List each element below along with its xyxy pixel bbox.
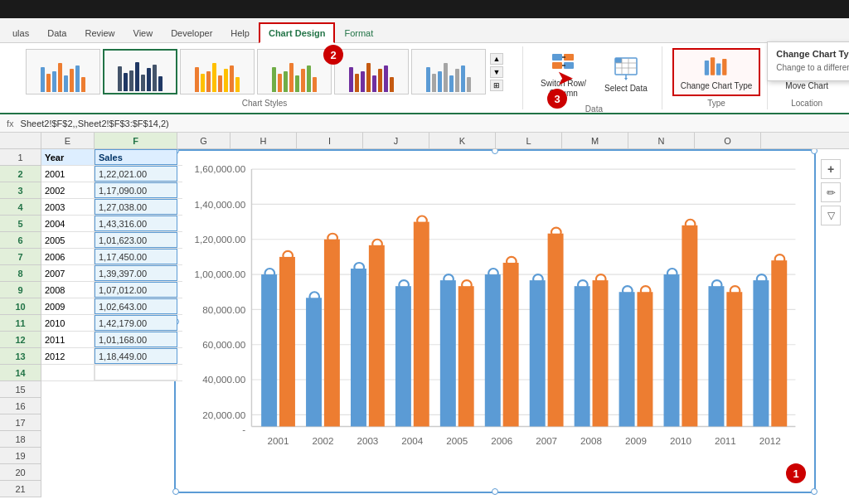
- cell-sales-2001[interactable]: 1,22,021.00: [95, 166, 177, 182]
- chart-style-4[interactable]: [257, 49, 332, 94]
- svg-rect-51: [503, 263, 519, 427]
- scroll-down-btn[interactable]: ▼: [490, 66, 503, 78]
- chart-thumbs: [26, 47, 486, 97]
- cell-year-2012[interactable]: 2012: [41, 348, 95, 364]
- chart-style-3[interactable]: [180, 49, 255, 94]
- tab-formulas[interactable]: ulas: [3, 23, 38, 42]
- row-7: 7: [0, 249, 41, 265]
- col-J: J: [363, 133, 429, 148]
- chart-filter-btn[interactable]: ▽: [821, 206, 841, 225]
- table-row-header: Year Sales: [41, 149, 182, 166]
- row-14: 14: [0, 365, 41, 381]
- cell-empty-2[interactable]: [95, 365, 177, 380]
- change-chart-type-btn[interactable]: Change Chart Type Change Chart Type Chan…: [672, 48, 761, 96]
- svg-rect-43: [324, 240, 340, 427]
- row-6: 6: [0, 232, 41, 249]
- svg-rect-11: [705, 60, 709, 75]
- chart-style-5[interactable]: [334, 49, 409, 94]
- cell-year-2010[interactable]: 2010: [41, 315, 95, 331]
- table-row-4: 2004 1,43,316.00: [41, 216, 182, 232]
- cell-sales-2010[interactable]: 1,42,179.00: [95, 315, 177, 331]
- change-chart-type-label: Change Chart Type: [681, 81, 753, 91]
- cell-year-2007[interactable]: 2007: [41, 265, 95, 281]
- cell-year-2003[interactable]: 2003: [41, 199, 95, 215]
- tab-help[interactable]: Help: [221, 23, 259, 42]
- handle-bl[interactable]: [172, 488, 179, 495]
- col-M: M: [562, 133, 628, 148]
- cell-year-2008[interactable]: 2008: [41, 282, 95, 298]
- cell-sales-2002[interactable]: 1,17,090.00: [95, 182, 177, 198]
- cell-empty[interactable]: [41, 365, 95, 380]
- row-2: 2: [0, 166, 41, 182]
- table-row-10: 2010 1,42,179.00: [41, 315, 182, 332]
- cell-sales-2006[interactable]: 1,17,450.00: [95, 249, 177, 264]
- cell-sales-2012[interactable]: 1,18,449.00: [95, 348, 177, 364]
- row-3: 3: [0, 182, 41, 199]
- location-label: Location: [791, 99, 822, 109]
- chart-styles-label: Chart Styles: [242, 99, 287, 109]
- row-9: 9: [0, 282, 41, 298]
- tooltip-title: Change Chart Type: [776, 49, 849, 59]
- svg-rect-58: [664, 274, 680, 426]
- row-8: 8: [0, 265, 41, 282]
- cell-sales-2005[interactable]: 1,01,623.00: [95, 232, 177, 248]
- tab-format[interactable]: Format: [335, 23, 382, 42]
- svg-rect-0: [552, 54, 562, 61]
- chart-add-element-btn[interactable]: +: [821, 159, 841, 179]
- cell-sales-header[interactable]: Sales: [95, 149, 177, 165]
- svg-rect-41: [279, 257, 295, 427]
- formula-bar: fx Sheet2!$F$2,,Sheet2!$F$3:$F$14,2): [0, 114, 849, 133]
- svg-rect-42: [306, 298, 322, 426]
- svg-rect-60: [708, 286, 724, 426]
- handle-bm[interactable]: [492, 488, 498, 495]
- cell-year-header[interactable]: Year: [41, 149, 95, 165]
- handle-br[interactable]: [811, 488, 817, 495]
- table-row-7: 2007 1,39,397.00: [41, 265, 182, 282]
- cell-sales-2007[interactable]: 1,39,397.00: [95, 265, 177, 281]
- svg-rect-53: [548, 234, 564, 427]
- chart-style-2[interactable]: [103, 49, 177, 94]
- svg-text:2008: 2008: [580, 436, 602, 446]
- tab-review[interactable]: Review: [75, 23, 124, 42]
- tab-data[interactable]: Data: [38, 23, 75, 42]
- row-13: 13: [0, 348, 41, 365]
- table-row-1: 2001 1,22,021.00: [41, 166, 182, 182]
- cell-sales-2009[interactable]: 1,02,643.00: [95, 298, 177, 314]
- row-18: 18: [0, 431, 41, 448]
- col-header-row: E F G H I J K L M N O: [0, 133, 849, 149]
- cell-year-2001[interactable]: 2001: [41, 166, 95, 182]
- col-N: N: [628, 133, 695, 148]
- col-I: I: [297, 133, 363, 148]
- select-data-btn[interactable]: Select Data: [597, 51, 655, 98]
- tab-view[interactable]: View: [124, 23, 163, 42]
- cell-sales-2008[interactable]: 1,07,012.00: [95, 282, 177, 298]
- cell-sales-2004[interactable]: 1,43,316.00: [95, 216, 177, 231]
- handle-tm[interactable]: [492, 149, 498, 154]
- chart-area[interactable]: 1,60,000.00 1,40,000.00 1,20,000.00 1,00…: [174, 149, 816, 493]
- chart-style-btn[interactable]: ✏: [821, 182, 841, 202]
- svg-rect-50: [485, 274, 501, 426]
- tab-chart-design[interactable]: Chart Design: [259, 22, 335, 43]
- svg-text:2003: 2003: [357, 436, 378, 446]
- cell-year-2004[interactable]: 2004: [41, 216, 95, 231]
- cell-year-2011[interactable]: 2011: [41, 332, 95, 347]
- ribbon-tabs: ulas Data Review View Developer Help Cha…: [0, 18, 849, 43]
- svg-rect-13: [716, 63, 720, 75]
- col-L: L: [496, 133, 562, 148]
- chart-style-6[interactable]: [411, 49, 486, 94]
- chart-style-1[interactable]: [26, 49, 100, 94]
- svg-rect-55: [593, 280, 609, 426]
- cell-year-2005[interactable]: 2005: [41, 232, 95, 248]
- top-bar: [0, 0, 849, 18]
- cell-year-2006[interactable]: 2006: [41, 249, 95, 264]
- cell-sales-2011[interactable]: 1,01,168.00: [95, 332, 177, 347]
- scroll-up-btn[interactable]: ▲: [490, 53, 503, 65]
- handle-tr[interactable]: [811, 149, 817, 154]
- chart-style-scroll[interactable]: ▲ ▼ ⊞: [490, 53, 503, 91]
- cell-year-2009[interactable]: 2009: [41, 298, 95, 314]
- cell-year-2002[interactable]: 2002: [41, 182, 95, 198]
- cell-sales-2003[interactable]: 1,27,038.00: [95, 199, 177, 215]
- scroll-more-btn[interactable]: ⊞: [490, 80, 503, 91]
- tab-developer[interactable]: Developer: [162, 23, 221, 42]
- svg-rect-5: [615, 58, 622, 63]
